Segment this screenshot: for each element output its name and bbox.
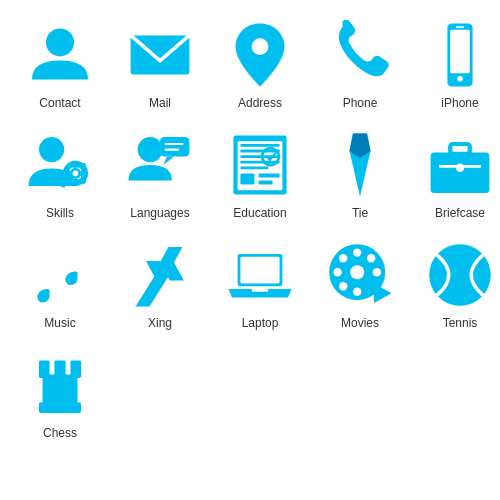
icon-cell-tennis[interactable]: Tennis (410, 230, 500, 340)
music-icon (25, 240, 95, 310)
svg-rect-54 (39, 403, 81, 414)
svg-point-7 (39, 137, 64, 162)
svg-point-2 (252, 38, 269, 55)
svg-rect-31 (259, 173, 280, 177)
iphone-label: iPhone (441, 96, 478, 110)
tie-label: Tie (352, 206, 368, 220)
svg-marker-52 (374, 283, 392, 303)
icon-cell-briefcase[interactable]: Briefcase (410, 120, 500, 230)
xing-icon (125, 240, 195, 310)
svg-point-19 (138, 137, 163, 162)
svg-point-46 (353, 288, 361, 296)
languages-label: Languages (130, 206, 189, 220)
education-icon (225, 130, 295, 200)
phone-icon (325, 20, 395, 90)
svg-rect-40 (240, 257, 279, 284)
tennis-label: Tennis (443, 316, 478, 330)
icon-cell-mail[interactable]: Mail (110, 10, 210, 120)
svg-rect-57 (54, 361, 65, 379)
svg-rect-38 (457, 165, 463, 171)
svg-rect-6 (456, 26, 464, 27)
icon-cell-address[interactable]: Address (210, 10, 310, 120)
chess-icon (25, 350, 95, 420)
svg-point-10 (73, 171, 79, 177)
movies-icon (325, 240, 395, 310)
svg-rect-12 (72, 179, 79, 183)
icon-cell-tie[interactable]: Tie (310, 120, 410, 230)
icon-cell-music[interactable]: Music (10, 230, 110, 340)
movies-label: Movies (341, 316, 379, 330)
icon-cell-iphone[interactable]: iPhone (410, 10, 500, 120)
iphone-icon (425, 20, 495, 90)
svg-rect-32 (259, 180, 273, 184)
mail-label: Mail (149, 96, 171, 110)
icon-cell-xing[interactable]: Xing (110, 230, 210, 340)
mail-icon (125, 20, 195, 90)
svg-point-0 (46, 28, 74, 56)
svg-rect-4 (450, 30, 470, 73)
svg-point-44 (350, 265, 364, 279)
svg-rect-58 (71, 361, 82, 379)
phone-label: Phone (343, 96, 378, 110)
icon-grid: Contact Mail Address Phone iPhone (0, 0, 500, 450)
svg-point-48 (373, 268, 381, 276)
icon-cell-contact[interactable]: Contact (10, 10, 110, 120)
svg-rect-20 (160, 137, 189, 157)
contact-icon (25, 20, 95, 90)
svg-rect-11 (72, 164, 79, 168)
icon-cell-education[interactable]: Education (210, 120, 310, 230)
icon-cell-phone[interactable]: Phone (310, 10, 410, 120)
icon-cell-skills[interactable]: Skills (10, 120, 110, 230)
icon-cell-languages[interactable]: Languages (110, 120, 210, 230)
svg-point-53 (429, 244, 491, 306)
skills-label: Skills (46, 206, 74, 220)
address-label: Address (238, 96, 282, 110)
svg-rect-55 (43, 375, 78, 404)
svg-point-50 (367, 254, 375, 262)
svg-point-47 (333, 268, 341, 276)
svg-rect-56 (39, 361, 50, 379)
icon-cell-chess[interactable]: Chess (10, 340, 110, 450)
svg-rect-36 (450, 144, 470, 154)
xing-label: Xing (148, 316, 172, 330)
skills-icon (25, 130, 95, 200)
svg-rect-29 (240, 166, 268, 169)
education-label: Education (233, 206, 286, 220)
svg-rect-34 (431, 152, 490, 193)
languages-icon (125, 130, 195, 200)
laptop-label: Laptop (242, 316, 279, 330)
chess-label: Chess (43, 426, 77, 440)
icon-cell-laptop[interactable]: Laptop (210, 230, 310, 340)
briefcase-icon (425, 130, 495, 200)
briefcase-label: Briefcase (435, 206, 485, 220)
svg-rect-25 (240, 144, 279, 147)
svg-point-49 (339, 254, 347, 262)
laptop-icon (225, 240, 295, 310)
svg-rect-41 (252, 289, 269, 292)
music-label: Music (44, 316, 75, 330)
tie-icon (325, 130, 395, 200)
icon-cell-movies[interactable]: Movies (310, 230, 410, 340)
svg-point-5 (457, 76, 463, 82)
address-icon (225, 20, 295, 90)
tennis-icon (425, 240, 495, 310)
svg-point-45 (353, 248, 361, 256)
svg-rect-30 (240, 173, 254, 184)
contact-label: Contact (39, 96, 80, 110)
svg-point-51 (339, 282, 347, 290)
